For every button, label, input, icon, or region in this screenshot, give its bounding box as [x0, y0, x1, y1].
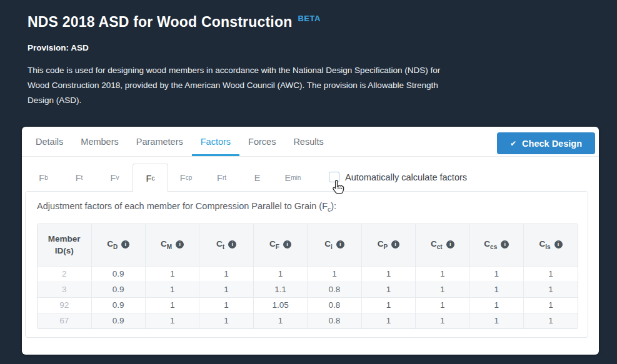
factor-cell[interactable]: 1 [361, 282, 415, 297]
info-icon[interactable]: i [391, 240, 399, 248]
column-header-cct: Ccti [416, 224, 469, 266]
member-id-cell: 2 [38, 266, 91, 282]
factor-cell[interactable]: 1 [361, 297, 415, 313]
auto-calc-checkbox[interactable] [329, 172, 339, 182]
factor-cell[interactable]: 0.9 [91, 297, 145, 313]
code-description: This code is used for designing wood mem… [28, 63, 448, 108]
factor-cell[interactable]: 1.05 [253, 297, 307, 313]
factor-cell[interactable]: 1 [524, 297, 578, 313]
factor-cell[interactable]: 1 [416, 297, 469, 313]
tab-forces[interactable]: Forces [239, 127, 284, 156]
subtab-e[interactable]: E [239, 164, 275, 192]
provision-label: Provision: ASD [28, 43, 89, 52]
column-header-ccs: Ccsi [469, 224, 523, 266]
auto-calc-row: Automatically calculate factors [329, 172, 467, 182]
app-background: { "colors": { "background": "#1e2a38", "… [0, 0, 617, 364]
member-id-cell: 92 [38, 297, 91, 313]
panel-caption: Adjustment factors of each member for Co… [37, 201, 336, 213]
factor-cell[interactable]: 1 [199, 282, 253, 297]
factor-cell[interactable]: 1 [469, 266, 523, 282]
factor-subtabs: FbFtFvFcFcpFrtEEmin [26, 164, 311, 192]
factor-cell[interactable]: 0.8 [308, 297, 361, 313]
factors-panel: Adjustment factors of each member for Co… [25, 191, 588, 338]
column-header-cp: CPi [361, 224, 415, 266]
factor-cell[interactable]: 0.9 [91, 282, 145, 297]
factor-cell[interactable]: 1 [361, 313, 415, 328]
subtab-fcp[interactable]: Fcp [168, 164, 204, 192]
factor-cell[interactable]: 1 [524, 313, 578, 328]
subtab-ft[interactable]: Ft [61, 164, 97, 192]
factor-cell[interactable]: 0.8 [308, 313, 361, 328]
info-icon[interactable]: i [228, 240, 236, 248]
info-icon[interactable]: i [176, 240, 184, 248]
column-header-cm: CMi [145, 224, 199, 266]
factor-cell[interactable]: 1 [145, 282, 199, 297]
factor-cell[interactable]: 1 [416, 313, 469, 328]
member-id-cell: 3 [38, 282, 91, 297]
factor-cell[interactable]: 1 [469, 282, 523, 297]
member-id-header: MemberID(s) [38, 224, 91, 266]
column-header-cf: CFi [253, 224, 307, 266]
column-header-ct: Cti [199, 224, 253, 266]
column-header-cd: CDi [91, 224, 145, 266]
table-row: 670.91110.81111 [38, 313, 578, 328]
factor-cell[interactable]: 1 [199, 297, 253, 313]
factor-cell[interactable]: 1 [253, 266, 307, 282]
check-design-label: Check Design [522, 139, 582, 149]
factor-cell[interactable]: 0.8 [308, 282, 361, 297]
tab-results[interactable]: Results [284, 127, 332, 156]
factor-cell[interactable]: 0.9 [91, 313, 145, 328]
subtab-frt[interactable]: Frt [204, 164, 239, 192]
factor-cell[interactable]: 1 [308, 266, 361, 282]
factor-cell[interactable]: 1 [145, 297, 199, 313]
factor-cell[interactable]: 1.1 [253, 282, 307, 297]
tab-details[interactable]: Details [27, 127, 72, 156]
check-icon: ✔ [510, 139, 516, 148]
factor-cell[interactable]: 1 [469, 297, 523, 313]
factor-cell[interactable]: 1 [469, 313, 523, 328]
factor-cell[interactable]: 1 [253, 313, 307, 328]
table-row: 20.911111111 [38, 266, 578, 282]
factor-cell[interactable]: 1 [416, 266, 469, 282]
subtab-fv[interactable]: Fv [97, 164, 133, 192]
table-row: 920.9111.050.81111 [38, 297, 578, 313]
beta-badge: BETA [298, 14, 320, 23]
tab-factors[interactable]: Factors [192, 127, 239, 156]
factor-cell[interactable]: 0.9 [91, 266, 145, 282]
design-card: DetailsMembersParametersFactorsForcesRes… [22, 127, 599, 355]
subtab-emin[interactable]: Emin [275, 164, 311, 192]
column-header-ci: Cii [308, 224, 361, 266]
factor-cell[interactable]: 1 [361, 266, 415, 282]
info-icon[interactable]: i [501, 240, 509, 248]
tab-members[interactable]: Members [72, 127, 127, 156]
factor-cell[interactable]: 1 [416, 282, 469, 297]
table-row: 30.9111.10.81111 [38, 282, 578, 297]
info-icon[interactable]: i [554, 240, 563, 248]
factors-table-wrapper: MemberID(s)CDiCMiCtiCFiCiiCPiCctiCcsiCls… [37, 224, 578, 329]
factor-cell[interactable]: 1 [524, 266, 578, 282]
page-title: NDS 2018 ASD for Wood ConstructionBETA [28, 14, 321, 31]
column-header-cls: Clsi [524, 224, 578, 266]
factor-cell[interactable]: 1 [199, 266, 253, 282]
factor-cell[interactable]: 1 [145, 313, 199, 328]
factors-table: MemberID(s)CDiCMiCtiCFiCiiCPiCctiCcsiCls… [38, 224, 578, 328]
member-id-cell: 67 [38, 313, 91, 328]
table-header-row: MemberID(s)CDiCMiCtiCFiCiiCPiCctiCcsiCls… [38, 224, 578, 266]
factor-cell[interactable]: 1 [524, 282, 578, 297]
factor-cell[interactable]: 1 [199, 313, 253, 328]
info-icon[interactable]: i [446, 240, 454, 248]
tab-parameters[interactable]: Parameters [128, 127, 192, 156]
info-icon[interactable]: i [336, 240, 344, 248]
factor-cell[interactable]: 1 [145, 266, 199, 282]
info-icon[interactable]: i [121, 240, 129, 248]
info-icon[interactable]: i [283, 240, 291, 248]
auto-calc-label[interactable]: Automatically calculate factors [345, 172, 467, 182]
check-design-button[interactable]: ✔ Check Design [497, 132, 595, 154]
subtab-fb[interactable]: Fb [26, 164, 61, 192]
subtab-fc[interactable]: Fc [133, 164, 168, 192]
